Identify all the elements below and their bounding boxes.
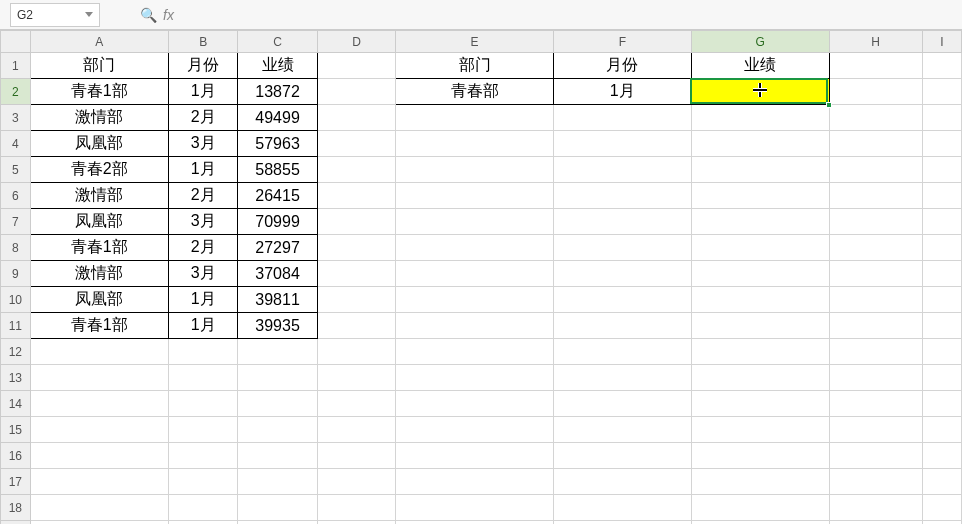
cell-H4[interactable] bbox=[829, 131, 922, 157]
cell-F15[interactable] bbox=[553, 417, 691, 443]
cell-H1[interactable] bbox=[829, 53, 922, 79]
cell-F18[interactable] bbox=[553, 495, 691, 521]
row-header-3[interactable]: 3 bbox=[1, 105, 31, 131]
cell-H14[interactable] bbox=[829, 391, 922, 417]
select-all-corner[interactable] bbox=[1, 31, 31, 53]
row-header-16[interactable]: 16 bbox=[1, 443, 31, 469]
cell-E3[interactable] bbox=[396, 105, 554, 131]
cell-C2[interactable]: 13872 bbox=[238, 79, 317, 105]
cell-C17[interactable] bbox=[238, 469, 317, 495]
cell-E5[interactable] bbox=[396, 157, 554, 183]
cell-H7[interactable] bbox=[829, 209, 922, 235]
cell-I7[interactable] bbox=[922, 209, 961, 235]
row-header-9[interactable]: 9 bbox=[1, 261, 31, 287]
cell-A19[interactable] bbox=[30, 521, 168, 525]
cell-A10[interactable]: 凤凰部 bbox=[30, 287, 168, 313]
row-header-6[interactable]: 6 bbox=[1, 183, 31, 209]
cell-I6[interactable] bbox=[922, 183, 961, 209]
cell-E9[interactable] bbox=[396, 261, 554, 287]
cell-D18[interactable] bbox=[317, 495, 395, 521]
cell-E18[interactable] bbox=[396, 495, 554, 521]
cell-B10[interactable]: 1月 bbox=[169, 287, 238, 313]
cell-H19[interactable] bbox=[829, 521, 922, 525]
cell-D13[interactable] bbox=[317, 365, 395, 391]
cell-B6[interactable]: 2月 bbox=[169, 183, 238, 209]
cell-C7[interactable]: 70999 bbox=[238, 209, 317, 235]
row-header-1[interactable]: 1 bbox=[1, 53, 31, 79]
cell-D14[interactable] bbox=[317, 391, 395, 417]
cell-E8[interactable] bbox=[396, 235, 554, 261]
cell-A17[interactable] bbox=[30, 469, 168, 495]
cell-I4[interactable] bbox=[922, 131, 961, 157]
cell-A4[interactable]: 凤凰部 bbox=[30, 131, 168, 157]
row-header-13[interactable]: 13 bbox=[1, 365, 31, 391]
col-header-D[interactable]: D bbox=[317, 31, 395, 53]
cell-B8[interactable]: 2月 bbox=[169, 235, 238, 261]
cell-H5[interactable] bbox=[829, 157, 922, 183]
cell-G6[interactable] bbox=[691, 183, 829, 209]
cell-G2[interactable] bbox=[691, 79, 829, 105]
row-header-8[interactable]: 8 bbox=[1, 235, 31, 261]
cell-B14[interactable] bbox=[169, 391, 238, 417]
cell-A1[interactable]: 部门 bbox=[30, 53, 168, 79]
cell-G3[interactable] bbox=[691, 105, 829, 131]
cell-A12[interactable] bbox=[30, 339, 168, 365]
row-header-14[interactable]: 14 bbox=[1, 391, 31, 417]
cell-F3[interactable] bbox=[553, 105, 691, 131]
cell-C16[interactable] bbox=[238, 443, 317, 469]
cell-G19[interactable] bbox=[691, 521, 829, 525]
cell-D17[interactable] bbox=[317, 469, 395, 495]
row-header-12[interactable]: 12 bbox=[1, 339, 31, 365]
row-header-7[interactable]: 7 bbox=[1, 209, 31, 235]
cell-D7[interactable] bbox=[317, 209, 395, 235]
cell-H11[interactable] bbox=[829, 313, 922, 339]
row-header-18[interactable]: 18 bbox=[1, 495, 31, 521]
cell-G16[interactable] bbox=[691, 443, 829, 469]
cell-G12[interactable] bbox=[691, 339, 829, 365]
cell-A9[interactable]: 激情部 bbox=[30, 261, 168, 287]
cell-I18[interactable] bbox=[922, 495, 961, 521]
cell-F4[interactable] bbox=[553, 131, 691, 157]
cell-I5[interactable] bbox=[922, 157, 961, 183]
cell-B4[interactable]: 3月 bbox=[169, 131, 238, 157]
cell-A16[interactable] bbox=[30, 443, 168, 469]
cell-H16[interactable] bbox=[829, 443, 922, 469]
cell-B17[interactable] bbox=[169, 469, 238, 495]
cell-C18[interactable] bbox=[238, 495, 317, 521]
cell-I12[interactable] bbox=[922, 339, 961, 365]
cell-C5[interactable]: 58855 bbox=[238, 157, 317, 183]
row-header-5[interactable]: 5 bbox=[1, 157, 31, 183]
cell-G5[interactable] bbox=[691, 157, 829, 183]
cell-C3[interactable]: 49499 bbox=[238, 105, 317, 131]
cell-F9[interactable] bbox=[553, 261, 691, 287]
cell-E14[interactable] bbox=[396, 391, 554, 417]
cell-I9[interactable] bbox=[922, 261, 961, 287]
cell-A5[interactable]: 青春2部 bbox=[30, 157, 168, 183]
col-header-E[interactable]: E bbox=[396, 31, 554, 53]
cell-D4[interactable] bbox=[317, 131, 395, 157]
cell-G7[interactable] bbox=[691, 209, 829, 235]
cell-D9[interactable] bbox=[317, 261, 395, 287]
cell-B1[interactable]: 月份 bbox=[169, 53, 238, 79]
cell-B9[interactable]: 3月 bbox=[169, 261, 238, 287]
cell-E13[interactable] bbox=[396, 365, 554, 391]
cell-G17[interactable] bbox=[691, 469, 829, 495]
name-box[interactable]: G2 bbox=[10, 3, 100, 27]
row-header-11[interactable]: 11 bbox=[1, 313, 31, 339]
cell-F5[interactable] bbox=[553, 157, 691, 183]
cell-A18[interactable] bbox=[30, 495, 168, 521]
cell-B5[interactable]: 1月 bbox=[169, 157, 238, 183]
col-header-I[interactable]: I bbox=[922, 31, 961, 53]
cell-G18[interactable] bbox=[691, 495, 829, 521]
cell-H9[interactable] bbox=[829, 261, 922, 287]
cell-H12[interactable] bbox=[829, 339, 922, 365]
sheet-table[interactable]: ABCDEFGHI 1部门月份业绩部门月份业绩2青春1部1月13872青春部1月… bbox=[0, 30, 962, 524]
cell-A6[interactable]: 激情部 bbox=[30, 183, 168, 209]
cell-C1[interactable]: 业绩 bbox=[238, 53, 317, 79]
cell-D6[interactable] bbox=[317, 183, 395, 209]
cell-B12[interactable] bbox=[169, 339, 238, 365]
cell-B2[interactable]: 1月 bbox=[169, 79, 238, 105]
cell-I2[interactable] bbox=[922, 79, 961, 105]
cell-G9[interactable] bbox=[691, 261, 829, 287]
cell-C9[interactable]: 37084 bbox=[238, 261, 317, 287]
